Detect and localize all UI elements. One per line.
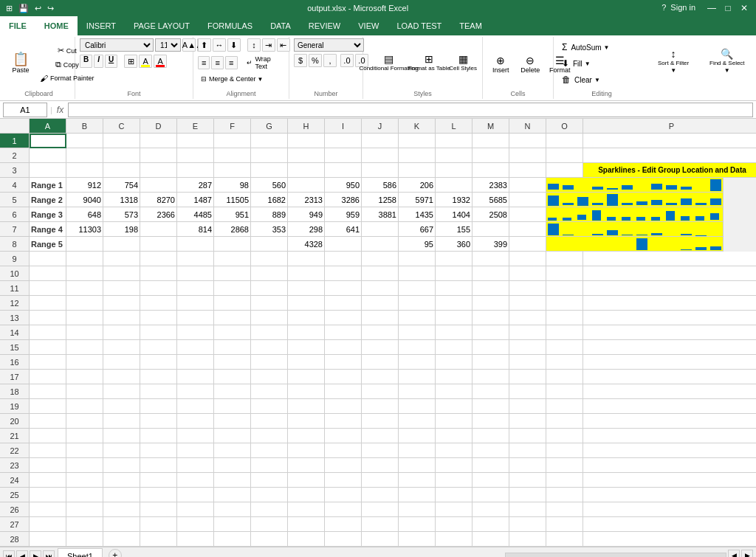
cell-e4[interactable]: [140, 178, 177, 193]
cell-i3[interactable]: [325, 163, 362, 178]
cell-k8[interactable]: [362, 237, 399, 252]
cell-b6-label[interactable]: Range 3: [30, 207, 66, 222]
row-header-14[interactable]: 14: [0, 325, 29, 340]
redo-icon[interactable]: ↪: [47, 4, 54, 13]
cell-h2[interactable]: [288, 148, 325, 163]
sheet-next-button[interactable]: ▶: [30, 550, 41, 557]
cell-c7[interactable]: 11303: [66, 222, 103, 237]
format-as-table-button[interactable]: ⊞ Format as Table: [413, 41, 445, 84]
cell-f8[interactable]: [177, 237, 214, 252]
col-header-m[interactable]: M: [472, 119, 509, 133]
cell-g8[interactable]: [214, 237, 251, 252]
cell-d8[interactable]: [103, 237, 140, 252]
percent-button[interactable]: %: [309, 54, 322, 67]
cell-m6[interactable]: 1404: [436, 207, 472, 222]
delete-button[interactable]: ⊖ Delete: [517, 43, 543, 86]
cell-g2[interactable]: [251, 148, 288, 163]
align-right-button[interactable]: ≡: [225, 56, 238, 69]
col-header-i[interactable]: I: [325, 119, 362, 133]
merge-center-button[interactable]: ⊟ Merge & Center ▼: [198, 74, 266, 84]
cell-b7-label[interactable]: Range 4: [30, 222, 66, 237]
align-middle-button[interactable]: ↔: [213, 38, 226, 52]
cell-j5[interactable]: 3286: [325, 193, 362, 207]
cell-h5[interactable]: 1682: [251, 193, 288, 207]
cell-a3[interactable]: [30, 163, 66, 178]
cell-e8[interactable]: [140, 237, 177, 252]
col-header-b[interactable]: B: [66, 119, 103, 133]
cell-m7[interactable]: 155: [436, 222, 472, 237]
row-header-27[interactable]: 27: [0, 517, 29, 532]
clear-button[interactable]: 🗑 Clear ▼: [558, 72, 645, 87]
row-header-5[interactable]: 5: [0, 193, 29, 207]
row-header-8[interactable]: 8: [0, 237, 29, 252]
row-header-24[interactable]: 24: [0, 473, 29, 488]
comma-button[interactable]: ,: [323, 54, 337, 67]
row-header-12[interactable]: 12: [0, 296, 29, 311]
align-top-button[interactable]: ⬆: [198, 38, 211, 52]
cell-e1[interactable]: [177, 134, 214, 148]
cell-m1[interactable]: [472, 134, 509, 148]
row-header-4[interactable]: 4: [0, 178, 29, 193]
row-header-26[interactable]: 26: [0, 502, 29, 517]
row-header-15[interactable]: 15: [0, 340, 29, 355]
cell-d2[interactable]: [140, 148, 177, 163]
cell-n1[interactable]: [509, 134, 546, 148]
row-header-21[interactable]: 21: [0, 429, 29, 443]
cell-o5[interactable]: [509, 193, 546, 207]
cell-m5[interactable]: 1932: [436, 193, 472, 207]
cell-m2[interactable]: [472, 148, 509, 163]
sheet-tab-sheet1[interactable]: Sheet1: [58, 548, 103, 557]
cell-p6[interactable]: [546, 207, 724, 222]
tab-file[interactable]: FILE: [0, 16, 35, 35]
cell-styles-button[interactable]: ▦ Cell Styles: [448, 41, 478, 84]
row-header-20[interactable]: 20: [0, 414, 29, 429]
cell-c5[interactable]: 9040: [66, 193, 103, 207]
scroll-right-button[interactable]: ▶: [741, 550, 753, 558]
cell-n7[interactable]: [472, 222, 509, 237]
cell-p8[interactable]: [546, 237, 724, 252]
cell-i8[interactable]: 4328: [288, 237, 325, 252]
cell-h7[interactable]: 353: [251, 222, 288, 237]
indent-decrease-button[interactable]: ⇤: [277, 38, 290, 52]
cell-h1[interactable]: [288, 134, 325, 148]
row-header-9[interactable]: 9: [0, 252, 29, 266]
cell-l3[interactable]: [436, 163, 472, 178]
cell-p3[interactable]: Sparklines - Edit Group Location and Dat…: [583, 163, 756, 178]
cell-m4[interactable]: [436, 178, 472, 193]
cell-j1[interactable]: [362, 134, 399, 148]
col-header-l[interactable]: L: [436, 119, 472, 133]
cell-c8[interactable]: [66, 237, 103, 252]
cell-f6[interactable]: 4485: [177, 207, 214, 222]
col-header-o[interactable]: O: [546, 119, 583, 133]
number-format-select[interactable]: General: [294, 38, 364, 52]
tab-load-test[interactable]: LOAD TEST: [388, 16, 450, 35]
cell-e2[interactable]: [177, 148, 214, 163]
sheet-first-button[interactable]: ⏮: [3, 550, 15, 557]
cell-k6[interactable]: 3881: [362, 207, 399, 222]
cell-j6[interactable]: 959: [325, 207, 362, 222]
conditional-formatting-button[interactable]: ▤ Conditional Formatting: [368, 41, 410, 84]
cell-e7[interactable]: [140, 222, 177, 237]
fill-color-button[interactable]: A: [139, 55, 152, 68]
cell-b3[interactable]: [66, 163, 103, 178]
cell-l5[interactable]: 5971: [399, 193, 436, 207]
cell-p7[interactable]: [546, 222, 724, 237]
cell-b4-label[interactable]: Range 1: [30, 178, 66, 193]
cell-f2[interactable]: [214, 148, 251, 163]
cell-b8-label[interactable]: Range 5: [30, 237, 66, 252]
cell-d7[interactable]: 198: [103, 222, 140, 237]
cell-j7[interactable]: 641: [325, 222, 362, 237]
maximize-button[interactable]: □: [722, 3, 734, 13]
col-header-n[interactable]: N: [509, 119, 546, 133]
cell-o8[interactable]: [509, 237, 546, 252]
row-header-3[interactable]: 3: [0, 163, 29, 178]
cell-k3[interactable]: [399, 163, 436, 178]
cell-o4[interactable]: [509, 178, 546, 193]
cell-n8[interactable]: 399: [472, 237, 509, 252]
cell-i6[interactable]: 949: [288, 207, 325, 222]
tab-team[interactable]: TEAM: [450, 16, 491, 35]
row-header-1[interactable]: 1: [0, 134, 29, 148]
col-header-e[interactable]: E: [177, 119, 214, 133]
cell-m8[interactable]: 360: [436, 237, 472, 252]
minimize-button[interactable]: —: [706, 3, 718, 13]
